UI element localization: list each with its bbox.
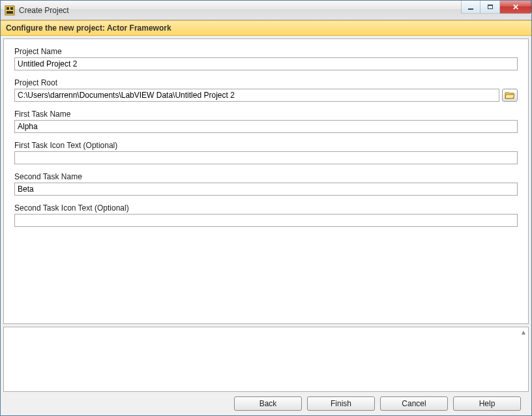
second-task-icon-input[interactable] bbox=[14, 214, 518, 227]
second-task-name-input[interactable] bbox=[14, 183, 518, 196]
svg-rect-1 bbox=[7, 7, 9, 10]
svg-rect-3 bbox=[7, 11, 13, 14]
back-button[interactable]: Back bbox=[234, 396, 302, 411]
folder-icon bbox=[505, 91, 515, 99]
project-root-label: Project Root bbox=[14, 78, 518, 87]
cancel-button[interactable]: Cancel bbox=[380, 396, 448, 411]
app-icon bbox=[5, 5, 15, 16]
close-button[interactable]: ✕ bbox=[500, 1, 531, 14]
project-name-input[interactable] bbox=[14, 57, 518, 70]
subtitle-bar: Configure the new project: Actor Framewo… bbox=[1, 20, 531, 36]
second-task-name-group: Second Task Name bbox=[14, 172, 518, 196]
help-button[interactable]: Help bbox=[453, 396, 521, 411]
window-controls: ✕ bbox=[461, 1, 531, 14]
finish-button[interactable]: Finish bbox=[307, 396, 375, 411]
maximize-button[interactable] bbox=[480, 1, 500, 14]
project-root-group: Project Root bbox=[14, 78, 518, 102]
project-root-input[interactable] bbox=[14, 89, 499, 102]
second-task-icon-label: Second Task Icon Text (Optional) bbox=[14, 203, 518, 213]
project-name-group: Project Name bbox=[14, 47, 518, 70]
first-task-name-group: First Task Name bbox=[14, 110, 518, 133]
minimize-button[interactable] bbox=[461, 1, 480, 14]
first-task-name-label: First Task Name bbox=[14, 110, 518, 119]
svg-rect-2 bbox=[10, 7, 13, 10]
window-frame: Create Project ✕ Configure the new proje… bbox=[0, 0, 532, 416]
maximize-icon bbox=[488, 5, 493, 9]
content-outer: Project Name Project Root bbox=[1, 36, 531, 415]
button-bar: Back Finish Cancel Help bbox=[3, 392, 529, 415]
browse-button[interactable] bbox=[502, 89, 518, 102]
project-name-label: Project Name bbox=[14, 47, 518, 56]
first-task-icon-group: First Task Icon Text (Optional) bbox=[14, 141, 518, 164]
first-task-name-input[interactable] bbox=[14, 120, 518, 133]
window-title: Create Project bbox=[19, 6, 69, 15]
lower-pane: ▲ bbox=[3, 327, 529, 392]
close-icon: ✕ bbox=[512, 3, 519, 12]
first-task-icon-input[interactable] bbox=[14, 151, 518, 164]
scroll-up-icon[interactable]: ▲ bbox=[520, 329, 527, 336]
first-task-icon-label: First Task Icon Text (Optional) bbox=[14, 141, 518, 150]
minimize-icon bbox=[468, 8, 473, 10]
titlebar[interactable]: Create Project ✕ bbox=[1, 1, 531, 20]
second-task-name-label: Second Task Name bbox=[14, 172, 518, 181]
form-panel: Project Name Project Root bbox=[3, 38, 529, 324]
second-task-icon-group: Second Task Icon Text (Optional) bbox=[14, 203, 518, 227]
